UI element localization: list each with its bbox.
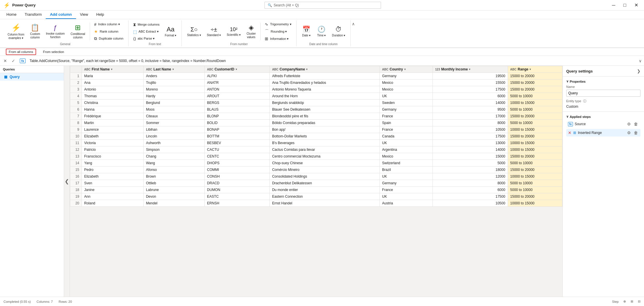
country-cell: Germany xyxy=(380,180,433,187)
customerid-dropdown-icon[interactable]: ▾ xyxy=(236,68,237,71)
range-cell: 5000 to 10000 xyxy=(508,106,562,113)
conditional-column-btn[interactable]: ⊞ Conditionalcolumn xyxy=(68,22,87,40)
extract-btn[interactable]: ⬚ ABC Extract ▾ xyxy=(131,29,161,35)
table-row: 15PedroAfonsoCOMMIComércio MineiroBrazil… xyxy=(70,167,562,173)
last-name-cell: Libihan xyxy=(144,126,205,133)
custom-column-btn[interactable]: 📋 Customcolumn xyxy=(28,22,42,40)
col-header-country[interactable]: ABC Country ▾ xyxy=(380,66,433,73)
first-name-cell: Elizabeth xyxy=(82,133,144,140)
small-btns-general: # Index column ▾ ★ Rank column ⧉ Duplica… xyxy=(92,21,125,42)
income-dropdown-icon[interactable]: ▾ xyxy=(469,68,470,71)
tab-help[interactable]: Help xyxy=(92,10,108,19)
ribbon-collapse-area: ∧ xyxy=(351,20,356,46)
duplicate-column-btn[interactable]: ⧉ Duplicate column xyxy=(92,35,125,42)
parse-btn[interactable]: ⟨⟩ abc Parse ▾ xyxy=(131,36,161,42)
small-btns-number: ∿ Trigonometry ▾ ⌒ Rounding ▾ ⊞ Informat… xyxy=(263,21,293,42)
invoke-custom-fn-btn[interactable]: ƒ Invoke customfunction xyxy=(44,23,67,40)
col-header-lastname[interactable]: ABC Last Name ▾ xyxy=(144,66,205,73)
trigonometry-btn[interactable]: ∿ Trigonometry ▾ xyxy=(263,21,293,27)
last-name-cell: Berglund xyxy=(144,100,205,106)
row-num-cell: 7 xyxy=(70,113,82,120)
name-input[interactable] xyxy=(566,90,641,97)
status-text: Completed (0.55 s) xyxy=(3,300,31,303)
index-column-btn[interactable]: # Index column ▾ xyxy=(92,21,125,28)
rounding-icon: ⌒ xyxy=(265,29,269,34)
tab-home[interactable]: Home xyxy=(2,10,21,19)
range-dropdown-icon[interactable]: ▾ xyxy=(530,68,531,71)
range-delete-btn[interactable]: 🗑 xyxy=(633,130,639,135)
statistics-btn[interactable]: Σ○ Statistics ▾ xyxy=(185,25,203,38)
qs-toggle-btn[interactable]: ❯ xyxy=(637,69,641,73)
minimize-btn[interactable]: ─ xyxy=(610,1,617,9)
company-name-cell: Comércio Mineiro xyxy=(270,167,380,173)
monthly-income-cell: 17500 xyxy=(433,193,508,200)
range-settings-btn[interactable]: ⚙ xyxy=(626,130,632,135)
monthly-income-cell: 18000 xyxy=(433,167,508,173)
scientific-btn[interactable]: 10² Scientific ▾ xyxy=(224,25,243,38)
cluster-values-btn[interactable]: ◈ Clustervalues xyxy=(244,23,258,40)
lastname-dropdown-icon[interactable]: ▾ xyxy=(172,68,174,71)
sidebar-collapse-btn[interactable]: ❮ xyxy=(64,66,70,297)
formula-confirm-btn[interactable]: ✓ xyxy=(10,58,16,64)
standard-btn[interactable]: ÷± Standard ▾ xyxy=(204,25,223,38)
status-icon-btn2[interactable]: ⊞ xyxy=(631,300,633,303)
range-cell: 10000 to 15000 xyxy=(508,126,562,133)
range-cell: 10000 to 15000 xyxy=(508,140,562,146)
applied-steps-section: ∨ Applied steps fx Source ⚙ 🗑 ✕ ⊞ Insert… xyxy=(563,112,644,141)
duration-btn[interactable]: ⏱ Duration ▾ xyxy=(330,24,348,38)
format-btn[interactable]: Aa Format ▾ xyxy=(163,24,179,38)
data-grid[interactable]: ABC First Name ▾ ABC Last Name ▾ xyxy=(70,66,562,297)
status-icon-btn3[interactable]: ⊟ xyxy=(638,300,641,303)
table-row: 18JanineLabruneDUMONDu monde entierFranc… xyxy=(70,187,562,193)
col-header-monthlyincome[interactable]: 123 Monthly Income ▾ xyxy=(433,66,508,73)
country-cell: UK xyxy=(380,193,433,200)
table-row: 20RolandMendelERNSHErnst HandelAustria10… xyxy=(70,200,562,207)
col-header-firstname[interactable]: ABC First Name ▾ xyxy=(82,66,144,73)
formula-cancel-btn[interactable]: ✕ xyxy=(2,58,8,64)
date-btn[interactable]: 📅 Date ▾ xyxy=(299,24,313,38)
country-cell: France xyxy=(380,187,433,193)
step-status-btn[interactable]: Step xyxy=(612,300,619,303)
tab-transform[interactable]: Transform xyxy=(21,10,46,19)
source-delete-btn[interactable]: 🗑 xyxy=(633,121,639,127)
country-dropdown-icon[interactable]: ▾ xyxy=(404,68,406,71)
row-num-cell: 11 xyxy=(70,140,82,146)
from-text-group-label: From text xyxy=(149,43,161,46)
search-bar[interactable]: 🔍 Search (Alt + Q) xyxy=(264,2,381,9)
column-from-examples-btn[interactable]: ⚡ Column fromexamples ▾ xyxy=(5,22,27,41)
monthly-income-cell: 14000 xyxy=(433,146,508,153)
col-header-customerid[interactable]: ABC CustomerID ▾ xyxy=(204,66,269,73)
close-btn[interactable]: ✕ xyxy=(632,1,641,9)
step-source[interactable]: fx Source ⚙ 🗑 xyxy=(566,120,641,128)
formula-input[interactable] xyxy=(28,58,636,63)
ribbon-collapse-btn[interactable]: ∧ xyxy=(352,22,355,26)
merge-columns-btn[interactable]: ⧗ Merge columns xyxy=(131,21,161,28)
rounding-btn[interactable]: ⌒ Rounding ▾ xyxy=(263,28,293,35)
sidebar-item-query[interactable]: ▦ Query xyxy=(0,73,64,81)
tab-view[interactable]: View xyxy=(76,10,92,19)
col-header-range[interactable]: ABC Range ▾ xyxy=(508,66,562,73)
from-selection-btn[interactable]: From selection xyxy=(41,49,66,54)
firstname-dropdown-icon[interactable]: ▾ xyxy=(111,68,112,71)
companyname-dropdown-icon[interactable]: ▾ xyxy=(306,68,308,71)
merge-icon: ⧗ xyxy=(133,22,136,27)
company-name-cell: Bólido Comidas preparadas xyxy=(270,120,380,126)
from-number-buttons: Σ○ Statistics ▾ ÷± Standard ▾ 10² Scient… xyxy=(185,21,293,42)
first-name-cell: Janine xyxy=(82,187,144,193)
first-name-cell: Frédérique xyxy=(82,113,144,120)
row-num-cell: 16 xyxy=(70,173,82,180)
step-inserted-range[interactable]: ✕ ⊞ Inserted Range ⚙ 🗑 xyxy=(566,129,641,137)
formula-expand-btn[interactable]: ∨ xyxy=(639,59,642,63)
from-all-columns-btn[interactable]: From all columns xyxy=(6,49,36,55)
customer-id-cell: BERGS xyxy=(204,100,269,106)
tab-add-column[interactable]: Add column xyxy=(46,10,76,19)
source-settings-btn[interactable]: ⚙ xyxy=(626,121,632,127)
time-btn[interactable]: 🕐 Time ▾ xyxy=(315,24,329,38)
information-btn[interactable]: ⊞ Information ▾ xyxy=(263,36,293,42)
data-area: ABC First Name ▾ ABC Last Name ▾ xyxy=(70,66,562,297)
maximize-btn[interactable]: □ xyxy=(621,1,629,9)
status-icon-btn1[interactable]: ⊕ xyxy=(623,300,626,303)
rank-column-btn[interactable]: ★ Rank column xyxy=(92,28,125,35)
col-header-companyname[interactable]: ABC CompanyName ▾ xyxy=(270,66,380,73)
app-title-area: ⚡ Power Query xyxy=(3,2,36,8)
